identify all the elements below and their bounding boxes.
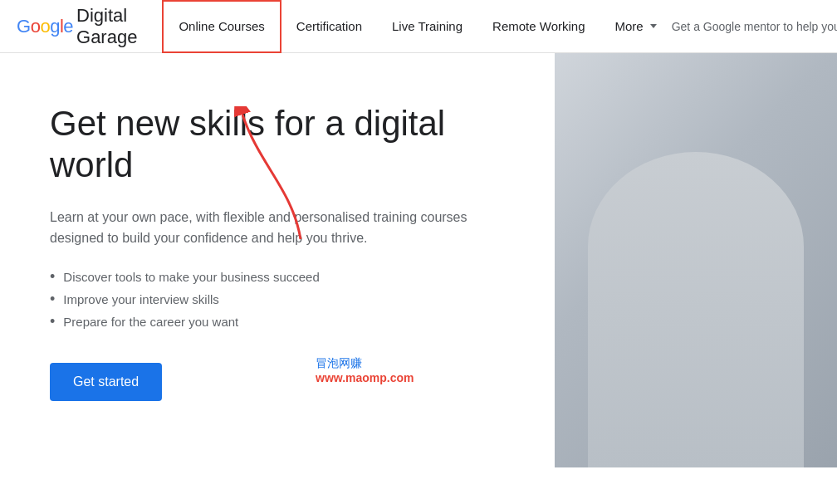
garage-wordmark: Digital Garage <box>76 5 137 48</box>
nav-item-live-training[interactable]: Live Training <box>377 0 477 53</box>
main-nav: Online Courses Certification Live Traini… <box>162 0 671 53</box>
more-dropdown-arrow <box>650 24 657 28</box>
header-banner-text: Get a Google mentor to help your busines… <box>672 20 837 33</box>
main-content: Get new skills for a digital world Learn… <box>0 53 837 467</box>
person-silhouette <box>588 152 804 467</box>
logo: Google Digital Garage <box>17 5 137 48</box>
list-item: Prepare for the career you want <box>50 311 515 333</box>
list-item: Discover tools to make your business suc… <box>50 266 515 288</box>
nav-item-certification[interactable]: Certification <box>281 0 377 53</box>
google-wordmark: Google <box>17 16 73 37</box>
list-item: Improve your interview skills <box>50 288 515 311</box>
image-placeholder <box>555 53 837 467</box>
hero-subtitle: Learn at your own pace, with flexible an… <box>50 207 482 249</box>
hero-image <box>555 53 837 467</box>
bullet-list: Discover tools to make your business suc… <box>50 266 515 333</box>
nav-item-remote-working[interactable]: Remote Working <box>477 0 600 53</box>
nav-item-more[interactable]: More <box>600 0 672 53</box>
get-started-button[interactable]: Get started <box>50 363 162 401</box>
hero-title: Get new skills for a digital world <box>50 103 448 187</box>
nav-item-online-courses[interactable]: Online Courses <box>162 0 281 53</box>
content-left: Get new skills for a digital world Learn… <box>0 53 548 467</box>
header: Google Digital Garage Online Courses Cer… <box>0 0 837 53</box>
